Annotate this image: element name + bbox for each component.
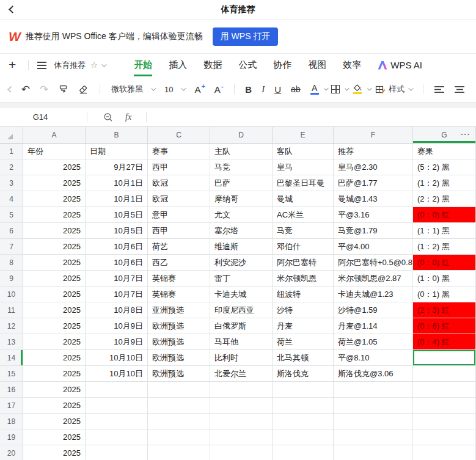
select-all-corner[interactable] [0,127,23,144]
cell-B12[interactable]: 10月9日 [86,318,148,334]
row-header-4[interactable]: 4 [0,191,23,207]
cell-F1[interactable]: 推荐 [334,144,413,159]
cell-D13[interactable]: 马耳他 [210,334,273,350]
cell-A16[interactable]: 2025 [23,382,86,398]
cell-C6[interactable]: 西甲 [148,223,210,239]
cell-F20[interactable] [334,445,413,460]
cell-F19[interactable] [334,429,413,445]
cell-B15[interactable]: 10月10日 [86,366,148,382]
cell-C3[interactable]: 欧冠 [148,175,210,191]
cell-D3[interactable]: 巴萨 [210,175,273,191]
cell-F2[interactable]: 皇马@2.30 [334,159,413,175]
cell-E9[interactable]: 米尔顿凯恩 [273,271,334,287]
cell-F18[interactable] [334,414,413,429]
cell-A18[interactable]: 2025 [23,414,86,429]
cell-E18[interactable] [273,414,334,429]
cell-style-button[interactable]: 样式 [375,84,412,95]
cell-E7[interactable]: 邓伯什 [273,239,334,255]
cell-C17[interactable] [148,398,210,414]
cell-A3[interactable]: 2025 [23,175,86,191]
tab-collaborate[interactable]: 协作 [273,54,291,76]
row-header-20[interactable]: 20 [0,445,23,460]
cell-G9[interactable]: (1：0) 黑 [413,271,476,287]
row-header-2[interactable]: 2 [0,159,23,175]
cell-D11[interactable]: 印度尼西亚 [210,302,273,318]
formula-input[interactable] [153,108,476,126]
cell-G1[interactable]: 赛果 [413,144,476,159]
cell-E12[interactable]: 丹麦 [273,318,334,334]
cell-G20[interactable] [413,445,476,460]
cell-D2[interactable]: 马竞 [210,159,273,175]
redo-icon[interactable]: ↷ [40,84,48,95]
cell-G12[interactable]: (0：6) 红 [413,318,476,334]
cell-C14[interactable]: 欧洲预选 [148,350,210,366]
row-header-1[interactable]: 1 [0,144,23,159]
cell-C16[interactable] [148,382,210,398]
cell-B5[interactable]: 10月5日 [86,207,148,223]
cell-B13[interactable]: 10月9日 [86,334,148,350]
cell-F12[interactable]: 丹麦@1.14 [334,318,413,334]
more-columns-icon[interactable]: ··· [461,130,471,139]
cell-F3[interactable]: 巴萨@1.77 [334,175,413,191]
cell-F14[interactable]: 平@8.10 [334,350,413,366]
cell-A12[interactable]: 2025 [23,318,86,334]
cell-D9[interactable]: 雷丁 [210,271,273,287]
col-header-B[interactable]: B [86,127,148,144]
cell-F8[interactable]: 阿尔巴塞特+0.5@0.8 [334,255,413,271]
insert-function-icon[interactable]: fx [125,112,131,122]
eraser-icon[interactable] [78,84,89,94]
cell-D4[interactable]: 摩纳哥 [210,191,273,207]
cell-A5[interactable]: 2025 [23,207,86,223]
chevron-down-icon[interactable] [324,86,329,91]
cell-C12[interactable]: 欧洲预选 [148,318,210,334]
cell-D10[interactable]: 卡迪夫城 [210,287,273,302]
cell-D20[interactable] [210,445,273,460]
cell-D19[interactable] [210,429,273,445]
cell-C4[interactable]: 欧冠 [148,191,210,207]
cell-E3[interactable]: 巴黎圣日耳曼 [273,175,334,191]
cell-B11[interactable]: 10月8日 [86,302,148,318]
cell-F4[interactable]: 曼城@1.43 [334,191,413,207]
italic-button[interactable]: I [262,84,265,95]
col-header-A[interactable]: A [23,127,86,144]
cell-C18[interactable] [148,414,210,429]
cell-G14[interactable] [413,350,476,366]
cell-C10[interactable]: 英锦赛 [148,287,210,302]
tab-data[interactable]: 数据 [203,54,222,76]
cell-G15[interactable] [413,366,476,382]
row-header-3[interactable]: 3 [0,175,23,191]
cell-A13[interactable]: 2025 [23,334,86,350]
cell-B3[interactable]: 10月1日 [86,175,148,191]
cell-B7[interactable]: 10月6日 [86,239,148,255]
cell-F10[interactable]: 卡迪夫城@1.23 [334,287,413,302]
cell-F15[interactable]: 斯洛伐克@3.06 [334,366,413,382]
menu-icon[interactable] [37,65,46,66]
cell-B9[interactable]: 10月7日 [86,271,148,287]
cell-B6[interactable]: 10月5日 [86,223,148,239]
cell-A4[interactable]: 2025 [23,191,86,207]
cell-C9[interactable]: 英锦赛 [148,271,210,287]
chevron-down-icon[interactable] [345,86,350,91]
cell-G18[interactable] [413,414,476,429]
cell-A19[interactable]: 2025 [23,429,86,445]
cell-E4[interactable]: 曼城 [273,191,334,207]
cell-A11[interactable]: 2025 [23,302,86,318]
cell-F11[interactable]: 沙特@1.59 [334,302,413,318]
cell-D18[interactable] [210,414,273,429]
cell-B20[interactable] [86,445,148,460]
row-header-9[interactable]: 9 [0,271,23,287]
cell-G19[interactable] [413,429,476,445]
chevron-down-icon[interactable] [367,86,372,91]
underline-button[interactable]: U [274,84,281,95]
cell-C5[interactable]: 意甲 [148,207,210,223]
cell-F5[interactable]: 平@3.16 [334,207,413,223]
row-header-6[interactable]: 6 [0,223,23,239]
fill-color-button[interactable] [353,84,362,94]
align-left-button[interactable] [434,86,445,93]
cell-C20[interactable] [148,445,210,460]
open-in-wps-button[interactable]: 用 WPS 打开 [213,27,279,46]
cell-B16[interactable] [86,382,148,398]
cell-D16[interactable] [210,382,273,398]
tab-formula[interactable]: 公式 [238,54,257,76]
back-icon[interactable] [9,5,16,13]
